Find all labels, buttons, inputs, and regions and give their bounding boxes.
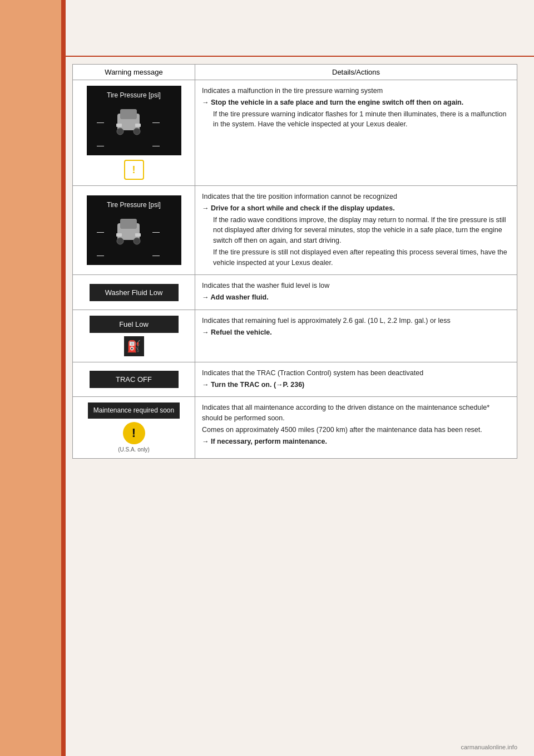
details-cell-trac: Indicates that the TRAC (Traction Contro…: [195, 362, 517, 397]
trac-off-display: TRAC OFF: [90, 371, 179, 388]
table-row: Washer Fluid Low Indicates that the wash…: [73, 275, 517, 310]
table-row: Fuel Low ⛽ Indicates that remaining fuel…: [73, 310, 517, 362]
fuel-pump-icon: ⛽: [124, 336, 144, 356]
maint-warning-icon: !: [123, 422, 145, 444]
svg-point-9: [134, 238, 140, 244]
warning-cell-tire-info: Tire Pressure [psi] — —: [73, 186, 195, 275]
maint-display: Maintenance required soon: [88, 402, 180, 419]
trac-detail-text: Indicates that the TRAC (Traction Contro…: [202, 368, 510, 379]
tire-display-title-2: Tire Pressure [psi]: [92, 201, 176, 209]
svg-rect-11: [135, 233, 141, 237]
warning-cell-maint: Maintenance required soon ! (U.S.A. only…: [73, 397, 195, 459]
maint-label: Maintenance required soon: [93, 406, 174, 414]
details-cell-washer: Indicates that the washer fluid level is…: [195, 275, 517, 310]
tire-pressure-display-1: Tire Pressure [psi] — —: [87, 86, 181, 155]
svg-rect-1: [120, 109, 137, 119]
warning-cell-tire-malfunction: Tire Pressure [psi] — —: [73, 80, 195, 186]
tire-display-title-1: Tire Pressure [psi]: [92, 91, 176, 99]
svg-rect-10: [116, 233, 122, 237]
maint-detail-text-2: Comes on approximately 4500 miles (7200 …: [202, 425, 510, 435]
tire-grid-2: — — — —: [92, 212, 176, 259]
detail-extra-2: If the radio wave conditions improve, th…: [213, 215, 510, 246]
content-area: Warning message Details/Actions Tire Pre…: [72, 64, 517, 723]
table-row: Tire Pressure [psi] — —: [73, 80, 517, 186]
details-cell-fuel: Indicates that remaining fuel is approxi…: [195, 310, 517, 362]
warning-cell-washer: Washer Fluid Low: [73, 275, 195, 310]
washer-fluid-display: Washer Fluid Low: [90, 284, 179, 301]
washer-detail-text: Indicates that the washer fluid level is…: [202, 281, 510, 291]
tire-val-rl: —: [97, 141, 104, 150]
warning-cell-trac: TRAC OFF: [73, 362, 195, 397]
tire-grid-1: — — — —: [92, 102, 176, 150]
trac-off-label: TRAC OFF: [116, 375, 152, 384]
svg-rect-4: [116, 124, 122, 127]
warning-cell-fuel: Fuel Low ⛽: [73, 310, 195, 362]
fuel-detail-arrow: → Refuel the vehicle.: [202, 327, 510, 338]
top-line: [66, 56, 534, 57]
warning-exclamation-icon: !: [124, 160, 144, 180]
tire-val-fr: —: [152, 118, 160, 126]
maint-detail-text: Indicates that all maintenance according…: [202, 402, 510, 424]
col-header-details: Details/Actions: [195, 65, 517, 80]
tire-val-fl: —: [97, 118, 104, 126]
svg-point-8: [117, 238, 123, 244]
svg-rect-7: [120, 219, 137, 229]
detail-arrow-2: → Drive for a short while and check if t…: [202, 203, 510, 214]
svg-rect-5: [135, 124, 141, 127]
tire-val-rr-2: —: [152, 251, 160, 259]
details-cell-maint: Indicates that all maintenance according…: [195, 397, 517, 459]
tire-val-fr-2: —: [152, 228, 160, 236]
tire-pressure-display-2: Tire Pressure [psi] — —: [87, 195, 181, 265]
tire-val-fl-2: —: [97, 228, 104, 236]
left-accent: [61, 0, 66, 756]
detail-text-2: Indicates that the tire position informa…: [202, 192, 510, 202]
detail-extra: If the tire pressure warning indicator f…: [213, 109, 510, 130]
fuel-low-label: Fuel Low: [119, 320, 149, 328]
svg-point-2: [117, 128, 123, 135]
details-cell-tire-info: Indicates that the tire position informa…: [195, 186, 517, 275]
washer-fluid-label: Washer Fluid Low: [105, 288, 163, 297]
table-row: Tire Pressure [psi] — —: [73, 186, 517, 275]
maint-detail-arrow: → If necessary, perform maintenance.: [202, 436, 510, 447]
svg-point-3: [134, 128, 140, 135]
col-header-warning: Warning message: [73, 65, 195, 80]
car-svg-2: [112, 212, 145, 251]
maint-usa-only: (U.S.A. only): [80, 446, 188, 453]
detail-arrow: → Stop the vehicle in a safe place and t…: [202, 97, 510, 108]
warning-table: Warning message Details/Actions Tire Pre…: [72, 64, 517, 459]
table-row: TRAC OFF Indicates that the TRAC (Tracti…: [73, 362, 517, 397]
detail-text: Indicates a malfunction in the tire pres…: [202, 86, 510, 96]
left-bar: [0, 0, 61, 756]
detail-extra-3: If the tire pressure is still not displa…: [213, 247, 510, 268]
car-svg-1: [112, 102, 145, 141]
watermark: carmanualonline.info: [461, 744, 517, 750]
tire-val-rl-2: —: [97, 251, 104, 259]
fuel-low-display: Fuel Low: [90, 316, 179, 333]
fuel-detail-text: Indicates that remaining fuel is approxi…: [202, 316, 510, 326]
details-cell-tire-malfunction: Indicates a malfunction in the tire pres…: [195, 80, 517, 186]
washer-detail-arrow: → Add washer fluid.: [202, 292, 510, 303]
trac-detail-arrow: → Turn the TRAC on. (→P. 236): [202, 380, 510, 390]
table-row: Maintenance required soon ! (U.S.A. only…: [73, 397, 517, 459]
tire-val-rr: —: [152, 141, 160, 150]
